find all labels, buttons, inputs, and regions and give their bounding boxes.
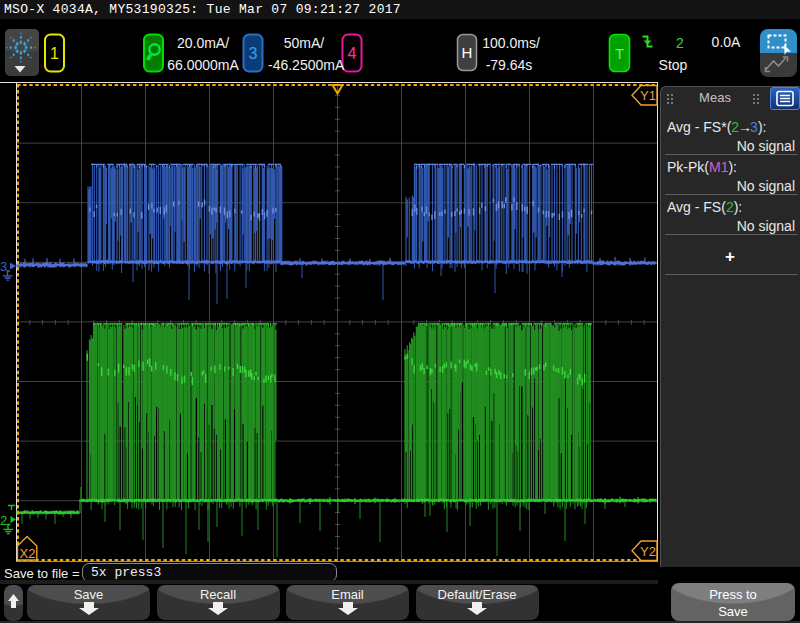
svg-text:1: 1 xyxy=(50,45,59,62)
svg-text:3: 3 xyxy=(0,259,7,274)
svg-text:3: 3 xyxy=(249,45,258,62)
svg-text:4: 4 xyxy=(348,45,357,62)
svg-text:T: T xyxy=(615,45,624,62)
svg-text:Y1: Y1 xyxy=(640,88,656,103)
svg-text:Y2: Y2 xyxy=(640,544,656,559)
svg-text:H: H xyxy=(462,44,473,61)
svg-text:X2: X2 xyxy=(20,546,36,561)
svg-text:2: 2 xyxy=(0,513,7,528)
